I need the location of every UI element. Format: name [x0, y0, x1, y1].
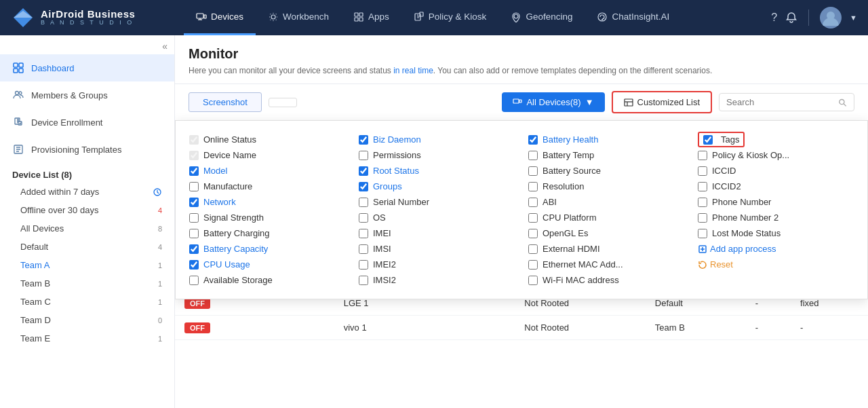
check-resolution[interactable]: Resolution [528, 179, 684, 194]
check-ethernet-mac[interactable]: Ethernet MAC Add... [528, 257, 684, 272]
check-iccid[interactable]: ICCID [698, 163, 854, 179]
check-policy-kiosk[interactable]: Policy & Kiosk Op... [698, 147, 854, 163]
enrollment-icon [12, 116, 24, 128]
sub-item-team-e[interactable]: Team E 1 [0, 329, 174, 348]
provisioning-icon [12, 143, 24, 155]
check-online-status[interactable]: Online Status [189, 132, 345, 147]
logo-icon [11, 5, 35, 30]
check-phone-number2[interactable]: Phone Number 2 [698, 210, 854, 225]
svg-rect-10 [359, 18, 363, 21]
check-lost-mode[interactable]: Lost Mode Status [698, 225, 854, 241]
nav-devices[interactable]: Devices [184, 0, 256, 35]
customized-list-button[interactable]: Customized List [612, 91, 712, 113]
all-devices-button[interactable]: All Devices(8) ▼ [502, 92, 604, 112]
svg-rect-19 [14, 69, 18, 73]
sidebar-item-enrollment[interactable]: Device Enrollment [0, 109, 174, 136]
sub-item-team-d[interactable]: Team D 0 [0, 311, 174, 329]
check-opengl[interactable]: OpenGL Es [528, 225, 684, 241]
check-serial-number[interactable]: Serial Number [359, 194, 515, 210]
sub-item-default[interactable]: Default 4 [0, 238, 174, 256]
svg-rect-18 [19, 63, 23, 67]
dropdown-col-4: Tags Policy & Kiosk Op... ICCID ICCID2 P… [698, 132, 854, 288]
check-battery-temp[interactable]: Battery Temp [528, 147, 684, 163]
check-wifi-mac[interactable]: Wi-Fi MAC address [528, 272, 684, 288]
check-tags[interactable]: Tags [698, 132, 745, 147]
sub-item-added[interactable]: Added within 7 days [0, 183, 174, 201]
check-device-name[interactable]: Device Name [189, 147, 345, 163]
check-imsi2[interactable]: IMSI2 [359, 272, 515, 288]
check-available-storage[interactable]: Available Storage [189, 272, 345, 288]
logo-area: AirDroid Business B A N D S T U D I O [11, 5, 184, 30]
members-label: Members & Groups [31, 90, 108, 100]
check-hdmi[interactable]: External HDMI [528, 241, 684, 257]
check-permissions[interactable]: Permissions [359, 147, 515, 163]
check-battery-capacity[interactable]: Battery Capacity [189, 241, 345, 257]
svg-rect-9 [355, 18, 358, 21]
sub-item-team-a[interactable]: Team A 1 [0, 256, 174, 274]
svg-point-13 [514, 14, 518, 18]
screenshot-tab[interactable]: Screenshot [189, 92, 262, 112]
svg-rect-27 [513, 99, 519, 103]
svg-rect-8 [359, 13, 363, 16]
check-network[interactable]: Network [189, 194, 345, 210]
sidebar-item-members[interactable]: Members & Groups [0, 81, 174, 109]
dropdown-grid: Online Status Device Name Model Manufact… [189, 132, 854, 288]
reset-link[interactable]: Reset [698, 257, 854, 272]
user-menu-icon[interactable]: ▼ [850, 14, 857, 22]
check-cpu-usage[interactable]: CPU Usage [189, 257, 345, 272]
toolbar: Screenshot All Devices(8) ▼ Customized L… [175, 84, 868, 121]
svg-rect-3 [204, 15, 206, 18]
reset-icon [698, 260, 707, 270]
add-icon [698, 244, 707, 254]
check-groups[interactable]: Groups [359, 179, 515, 194]
nav-policy[interactable]: Policy & Kiosk [401, 0, 499, 35]
check-imsi[interactable]: IMSI [359, 241, 515, 257]
sub-item-all[interactable]: All Devices 8 [0, 219, 174, 238]
second-tab[interactable] [269, 98, 297, 107]
check-biz-daemon[interactable]: Biz Daemon [359, 132, 515, 147]
notifications-icon[interactable] [785, 12, 797, 24]
sub-item-team-c[interactable]: Team C 1 [0, 293, 174, 311]
svg-rect-17 [14, 63, 18, 67]
check-imei[interactable]: IMEI [359, 225, 515, 241]
apps-icon [353, 12, 364, 22]
check-battery-charging[interactable]: Battery Charging [189, 225, 345, 241]
svg-marker-1 [14, 11, 33, 18]
check-model[interactable]: Model [189, 163, 345, 179]
avatar[interactable] [820, 7, 842, 29]
nav-apps[interactable]: Apps [341, 0, 401, 35]
svg-rect-2 [197, 14, 203, 18]
nav-right: ? ▼ [771, 7, 857, 29]
search-box [719, 93, 854, 111]
sub-item-team-b[interactable]: Team B 1 [0, 274, 174, 293]
sidebar: « Dashboard Members & Groups Device Enro… [0, 35, 175, 408]
check-root-status[interactable]: Root Status [359, 163, 515, 179]
sub-item-offline[interactable]: Offline over 30 days 4 [0, 201, 174, 219]
check-battery-source[interactable]: Battery Source [528, 163, 684, 179]
check-abi[interactable]: ABI [528, 194, 684, 210]
svg-point-21 [16, 92, 19, 95]
add-app-process-link[interactable]: Add app process [698, 241, 854, 257]
check-cpu-platform[interactable]: CPU Platform [528, 210, 684, 225]
device-list-header: Device List (8) [0, 163, 174, 183]
svg-rect-29 [625, 99, 633, 106]
check-signal[interactable]: Signal Strength [189, 210, 345, 225]
search-input[interactable] [726, 97, 834, 107]
sidebar-item-provisioning[interactable]: Provisioning Templates [0, 136, 174, 163]
layout: « Dashboard Members & Groups Device Enro… [0, 35, 868, 408]
check-manufacture[interactable]: Manufacture [189, 179, 345, 194]
collapse-button[interactable]: « [162, 41, 167, 52]
nav-chatinsight[interactable]: ChatInsight.AI [585, 0, 682, 35]
dropdown-col-2: Biz Daemon Permissions Root Status Group… [359, 132, 515, 288]
check-imei2[interactable]: IMEI2 [359, 257, 515, 272]
check-iccid2[interactable]: ICCID2 [698, 179, 854, 194]
nav-workbench[interactable]: Workbench [256, 0, 341, 35]
check-battery-health[interactable]: Battery Health [528, 132, 684, 147]
dropdown-col-3: Battery Health Battery Temp Battery Sour… [528, 132, 684, 288]
nav-geofencing[interactable]: Geofencing [498, 0, 585, 35]
check-os[interactable]: OS [359, 210, 515, 225]
help-icon[interactable]: ? [771, 12, 777, 24]
svg-point-32 [840, 99, 844, 104]
check-phone-number[interactable]: Phone Number [698, 194, 854, 210]
sidebar-item-dashboard[interactable]: Dashboard [0, 54, 174, 81]
